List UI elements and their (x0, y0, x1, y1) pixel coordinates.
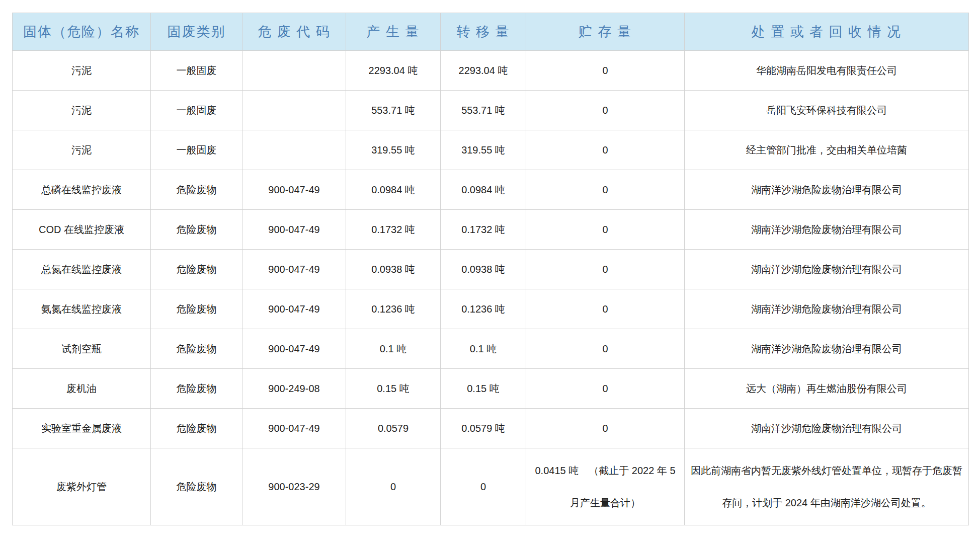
cell-stored: 0 (526, 170, 685, 210)
cell-name: 废机油 (13, 369, 151, 409)
cell-disposal: 湖南洋沙湖危险废物治理有限公司 (685, 289, 969, 329)
cell-category: 危险废物 (151, 170, 242, 210)
column-header-produced: 产 生 量 (346, 13, 441, 51)
cell-transferred: 2293.04 吨 (441, 51, 526, 91)
cell-category: 危险废物 (151, 369, 242, 409)
cell-transferred: 553.71 吨 (441, 91, 526, 130)
cell-code: 900-047-49 (242, 170, 346, 210)
cell-produced: 553.71 吨 (346, 91, 441, 130)
cell-stored: 0 (526, 51, 685, 91)
cell-code: 900-047-49 (242, 329, 346, 369)
table-row: 污泥一般固废2293.04 吨2293.04 吨0华能湖南岳阳发电有限责任公司 (13, 51, 969, 91)
cell-name: 废紫外灯管 (13, 448, 151, 525)
cell-code (242, 51, 346, 91)
cell-disposal: 湖南洋沙湖危险废物治理有限公司 (685, 250, 969, 289)
cell-name: 氨氮在线监控废液 (13, 289, 151, 329)
cell-disposal: 湖南洋沙湖危险废物治理有限公司 (685, 409, 969, 448)
column-header-name: 固体（危险）名称 (13, 13, 151, 51)
table-row: 污泥一般固废553.71 吨553.71 吨0岳阳飞安环保科技有限公司 (13, 91, 969, 130)
column-header-transferred: 转 移 量 (441, 13, 526, 51)
table-row: 氨氮在线监控废液危险废物900-047-490.1236 吨0.1236 吨0湖… (13, 289, 969, 329)
cell-stored: 0 (526, 91, 685, 130)
waste-table: 固体（危险）名称固废类别危 废 代 码产 生 量转 移 量贮 存 量处 置 或 … (12, 13, 969, 525)
cell-code: 900-047-49 (242, 250, 346, 289)
column-header-stored: 贮 存 量 (526, 13, 685, 51)
cell-produced: 0.0579 (346, 409, 441, 448)
cell-disposal: 因此前湖南省内暂无废紫外线灯管处置单位，现暂存于危废暂存间，计划于 2024 年… (685, 448, 969, 525)
cell-stored: 0 (526, 289, 685, 329)
cell-disposal: 远大（湖南）再生燃油股份有限公司 (685, 369, 969, 409)
cell-category: 一般固废 (151, 91, 242, 130)
cell-disposal: 湖南洋沙湖危险废物治理有限公司 (685, 329, 969, 369)
cell-name: 实验室重金属废液 (13, 409, 151, 448)
cell-produced: 0.15 吨 (346, 369, 441, 409)
cell-name: COD 在线监控废液 (13, 210, 151, 250)
cell-code: 900-023-29 (242, 448, 346, 525)
cell-code: 900-249-08 (242, 369, 346, 409)
cell-name: 试剂空瓶 (13, 329, 151, 369)
table-row: 废紫外灯管危险废物900-023-29000.0415 吨 （截止于 2022 … (13, 448, 969, 525)
cell-stored: 0 (526, 329, 685, 369)
cell-category: 危险废物 (151, 250, 242, 289)
cell-transferred: 319.55 吨 (441, 130, 526, 170)
cell-stored: 0 (526, 409, 685, 448)
cell-produced: 319.55 吨 (346, 130, 441, 170)
cell-transferred: 0 (441, 448, 526, 525)
column-header-code: 危 废 代 码 (242, 13, 346, 51)
cell-disposal: 华能湖南岳阳发电有限责任公司 (685, 51, 969, 91)
cell-produced: 0.1732 吨 (346, 210, 441, 250)
cell-transferred: 0.0938 吨 (441, 250, 526, 289)
table-row: 总磷在线监控废液危险废物900-047-490.0984 吨0.0984 吨0湖… (13, 170, 969, 210)
cell-category: 危险废物 (151, 289, 242, 329)
cell-code: 900-047-49 (242, 289, 346, 329)
cell-produced: 0.0938 吨 (346, 250, 441, 289)
cell-name: 总氮在线监控废液 (13, 250, 151, 289)
cell-stored: 0 (526, 130, 685, 170)
column-header-category: 固废类别 (151, 13, 242, 51)
cell-category: 危险废物 (151, 329, 242, 369)
table-row: 污泥一般固废319.55 吨319.55 吨0经主管部门批准，交由相关单位培菌 (13, 130, 969, 170)
cell-produced: 0.0984 吨 (346, 170, 441, 210)
cell-name: 污泥 (13, 51, 151, 91)
cell-code (242, 91, 346, 130)
cell-stored: 0.0415 吨 （截止于 2022 年 5 月产生量合计） (526, 448, 685, 525)
cell-disposal: 岳阳飞安环保科技有限公司 (685, 91, 969, 130)
cell-disposal: 湖南洋沙湖危险废物治理有限公司 (685, 170, 969, 210)
header-row: 固体（危险）名称固废类别危 废 代 码产 生 量转 移 量贮 存 量处 置 或 … (13, 13, 969, 51)
cell-name: 总磷在线监控废液 (13, 170, 151, 210)
cell-produced: 0.1 吨 (346, 329, 441, 369)
cell-name: 污泥 (13, 130, 151, 170)
table-row: 试剂空瓶危险废物900-047-490.1 吨0.1 吨0湖南洋沙湖危险废物治理… (13, 329, 969, 369)
cell-name: 污泥 (13, 91, 151, 130)
cell-category: 一般固废 (151, 130, 242, 170)
cell-stored: 0 (526, 250, 685, 289)
cell-category: 一般固废 (151, 51, 242, 91)
waste-disclosure-table-container: 固体（危险）名称固废类别危 废 代 码产 生 量转 移 量贮 存 量处 置 或 … (12, 13, 969, 525)
column-header-disposal: 处 置 或 者 回 收 情 况 (685, 13, 969, 51)
table-row: 实验室重金属废液危险废物900-047-490.05790.0579 吨0湖南洋… (13, 409, 969, 448)
table-body: 污泥一般固废2293.04 吨2293.04 吨0华能湖南岳阳发电有限责任公司污… (13, 51, 969, 525)
table-row: 总氮在线监控废液危险废物900-047-490.0938 吨0.0938 吨0湖… (13, 250, 969, 289)
cell-category: 危险废物 (151, 210, 242, 250)
cell-transferred: 0.1 吨 (441, 329, 526, 369)
cell-category: 危险废物 (151, 448, 242, 525)
cell-stored: 0 (526, 210, 685, 250)
cell-code: 900-047-49 (242, 210, 346, 250)
cell-disposal: 湖南洋沙湖危险废物治理有限公司 (685, 210, 969, 250)
cell-code: 900-047-49 (242, 409, 346, 448)
cell-stored: 0 (526, 369, 685, 409)
cell-produced: 2293.04 吨 (346, 51, 441, 91)
cell-transferred: 0.1732 吨 (441, 210, 526, 250)
table-row: COD 在线监控废液危险废物900-047-490.1732 吨0.1732 吨… (13, 210, 969, 250)
cell-code (242, 130, 346, 170)
cell-transferred: 0.1236 吨 (441, 289, 526, 329)
cell-transferred: 0.0984 吨 (441, 170, 526, 210)
cell-disposal: 经主管部门批准，交由相关单位培菌 (685, 130, 969, 170)
cell-transferred: 0.0579 吨 (441, 409, 526, 448)
cell-transferred: 0.15 吨 (441, 369, 526, 409)
cell-produced: 0.1236 吨 (346, 289, 441, 329)
cell-category: 危险废物 (151, 409, 242, 448)
table-row: 废机油危险废物900-249-080.15 吨0.15 吨0远大（湖南）再生燃油… (13, 369, 969, 409)
cell-produced: 0 (346, 448, 441, 525)
